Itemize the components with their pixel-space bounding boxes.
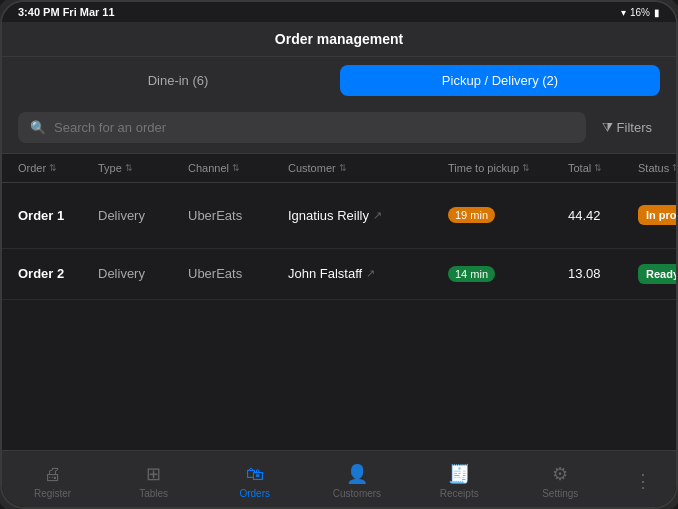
- nav-item-tables[interactable]: ⊞ Tables: [119, 459, 189, 503]
- device-frame: 3:40 PM Fri Mar 11 ▾ 16% ▮ Order managem…: [0, 0, 678, 509]
- col-order: Order ⇅: [18, 162, 98, 174]
- table-row: Order 1 Delivery UberEats Ignatius Reill…: [2, 183, 676, 249]
- cell-time-2: 14 min: [448, 266, 568, 282]
- customers-icon: 👤: [346, 463, 368, 485]
- cell-status-2: Ready for delivery: [638, 264, 676, 284]
- nav-label-tables: Tables: [139, 488, 168, 499]
- cell-customer-1: Ignatius Reilly ↗: [288, 208, 448, 223]
- external-link-icon-1: ↗: [373, 209, 382, 222]
- filters-button[interactable]: ⧩ Filters: [594, 114, 660, 142]
- receipts-icon: 🧾: [448, 463, 470, 485]
- time-badge-1: 19 min: [448, 207, 495, 223]
- sort-icon-order: ⇅: [49, 163, 57, 173]
- filter-icon: ⧩: [602, 120, 613, 136]
- nav-label-customers: Customers: [333, 488, 381, 499]
- cell-channel-1: UberEats: [188, 208, 288, 223]
- time-badge-2: 14 min: [448, 266, 495, 282]
- nav-item-register[interactable]: 🖨 Register: [18, 460, 88, 503]
- status-badge-2: Ready for delivery: [638, 264, 676, 284]
- tab-bar: Dine-in (6) Pickup / Delivery (2): [2, 57, 676, 104]
- bottom-nav: 🖨 Register ⊞ Tables 🛍 Orders 👤 Customers…: [2, 450, 676, 507]
- col-type: Type ⇅: [98, 162, 188, 174]
- nav-label-register: Register: [34, 488, 71, 499]
- battery-bar: ▮: [654, 7, 660, 18]
- app-header: Order management: [2, 22, 676, 57]
- cell-total-1: 44.42: [568, 208, 638, 223]
- table-header: Order ⇅ Type ⇅ Channel ⇅ Customer ⇅ Time…: [2, 154, 676, 183]
- sort-icon-time: ⇅: [522, 163, 530, 173]
- sort-icon-status: ⇅: [672, 163, 676, 173]
- tab-pickup-delivery[interactable]: Pickup / Delivery (2): [340, 65, 660, 96]
- filter-label: Filters: [617, 120, 652, 135]
- nav-item-customers[interactable]: 👤 Customers: [321, 459, 393, 503]
- cell-total-2: 13.08: [568, 266, 638, 281]
- col-channel: Channel ⇅: [188, 162, 288, 174]
- cell-order-2: Order 2: [18, 266, 98, 281]
- cell-type-1: Delivery: [98, 208, 188, 223]
- nav-item-orders[interactable]: 🛍 Orders: [220, 460, 290, 503]
- search-wrapper: 🔍: [18, 112, 586, 143]
- cell-order-1: Order 1: [18, 208, 98, 223]
- nav-label-settings: Settings: [542, 488, 578, 499]
- orders-icon: 🛍: [246, 464, 264, 485]
- external-link-icon-2: ↗: [366, 267, 375, 280]
- cell-customer-2: John Falstaff ↗: [288, 266, 448, 281]
- cell-type-2: Delivery: [98, 266, 188, 281]
- table-container: Order ⇅ Type ⇅ Channel ⇅ Customer ⇅ Time…: [2, 154, 676, 450]
- status-badge-1: In production: [638, 205, 676, 225]
- cell-status-1: In production: [638, 205, 676, 225]
- nav-item-settings[interactable]: ⚙ Settings: [525, 459, 595, 503]
- search-icon: 🔍: [30, 120, 46, 135]
- sort-icon-type: ⇅: [125, 163, 133, 173]
- sort-icon-total: ⇅: [594, 163, 602, 173]
- nav-item-receipts[interactable]: 🧾 Receipts: [424, 459, 494, 503]
- tables-icon: ⊞: [146, 463, 161, 485]
- table-row: Order 2 Delivery UberEats John Falstaff …: [2, 249, 676, 300]
- nav-label-receipts: Receipts: [440, 488, 479, 499]
- sort-icon-channel: ⇅: [232, 163, 240, 173]
- col-status: Status ⇅: [638, 162, 676, 174]
- status-bar: 3:40 PM Fri Mar 11 ▾ 16% ▮: [2, 2, 676, 22]
- app-container: Order management Dine-in (6) Pickup / De…: [2, 22, 676, 507]
- col-time-to-pickup: Time to pickup ⇅: [448, 162, 568, 174]
- nav-more-button[interactable]: ⋮: [626, 466, 660, 496]
- battery-icon: 16%: [630, 7, 650, 18]
- sort-icon-customer: ⇅: [339, 163, 347, 173]
- status-time: 3:40 PM Fri Mar 11: [18, 6, 115, 18]
- tab-dine-in[interactable]: Dine-in (6): [18, 65, 338, 96]
- status-icons: ▾ 16% ▮: [621, 7, 660, 18]
- search-input[interactable]: [54, 120, 574, 135]
- nav-label-orders: Orders: [239, 488, 270, 499]
- settings-icon: ⚙: [552, 463, 568, 485]
- app-title: Order management: [275, 31, 403, 47]
- cell-time-1: 19 min: [448, 207, 568, 223]
- wifi-icon: ▾: [621, 7, 626, 18]
- col-total: Total ⇅: [568, 162, 638, 174]
- col-customer: Customer ⇅: [288, 162, 448, 174]
- register-icon: 🖨: [44, 464, 62, 485]
- cell-channel-2: UberEats: [188, 266, 288, 281]
- search-bar: 🔍 ⧩ Filters: [2, 104, 676, 154]
